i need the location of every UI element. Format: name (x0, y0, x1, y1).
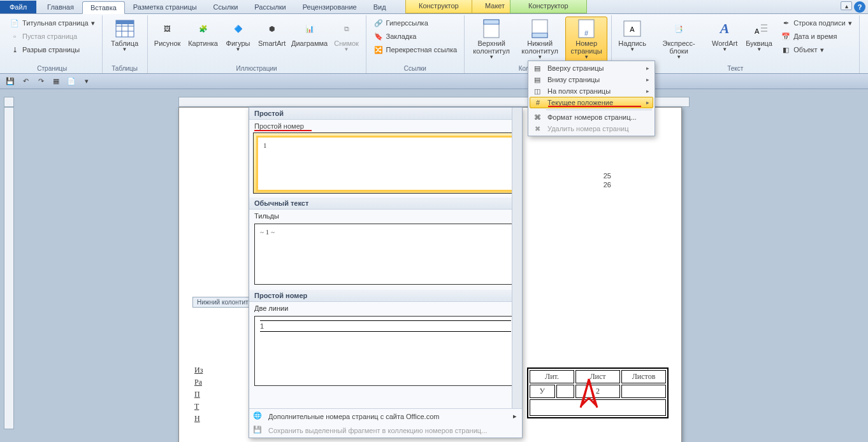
tab-references[interactable]: Ссылки (205, 1, 247, 13)
wordart-icon: A (714, 18, 735, 39)
qat-btn-4[interactable]: ▦ (50, 76, 62, 87)
screenshot-icon: ⧉ (336, 18, 357, 39)
group-label-sym: Символы (864, 64, 868, 73)
annotation-underline (548, 106, 641, 107)
pn-margin-icon: ◫ (532, 86, 542, 96)
tab-view[interactable]: Вид (365, 1, 394, 13)
help-icon[interactable]: ? (854, 1, 865, 13)
blank-page-icon: ▫ (10, 31, 20, 41)
picture-icon: 🖼 (157, 18, 178, 39)
shapes-icon: 🔷 (228, 18, 249, 39)
dropcap-button[interactable]: AБуквица▼ (743, 17, 775, 55)
gallery-item2-title: Тильды (249, 210, 522, 221)
group-label-illus: Иллюстрации (152, 64, 362, 73)
footer-button[interactable]: Нижний колонтитул▼ (517, 17, 563, 62)
chart-button[interactable]: 📊Диаграмма (291, 17, 329, 49)
object-button[interactable]: ◧Объект ▾ (778, 43, 855, 56)
annotation-underline-2 (254, 130, 312, 131)
group-pages: 📄Титульная страница ▾ ▫Пустая страница ⤓… (3, 15, 103, 73)
quickparts-button[interactable]: 📑Экспресс-блоки▼ (651, 17, 706, 62)
shapes-button[interactable]: 🔷Фигуры▼ (223, 17, 254, 55)
smartart-button[interactable]: ⬢SmartArt (256, 17, 288, 49)
group-label-pages: Страницы (6, 64, 98, 73)
doc-left-cut: ИзРаПТН (192, 364, 205, 425)
gallery-item1[interactable]: 1 (253, 132, 518, 194)
gallery-more-office[interactable]: 🌐Дополнительные номера страниц с сайта O… (249, 409, 522, 424)
pn-current[interactable]: #Текущее положение▸ (530, 97, 653, 108)
tab-context-1[interactable]: Конструктор (405, 0, 472, 13)
gallery-cat-simple: Простой (249, 108, 522, 120)
header-button[interactable]: Верхний колонтитул▼ (468, 17, 514, 62)
pn-top[interactable]: ▤Вверху страницы▸ (530, 62, 653, 74)
gallery-item3-title: Две линии (249, 302, 522, 313)
ruler-corner (4, 97, 14, 107)
cover-page-button[interactable]: 📄Титульная страница ▾ (6, 17, 98, 29)
signature-button[interactable]: ✒Строка подписи ▾ (778, 17, 855, 29)
undo-button[interactable]: ↶ (19, 76, 32, 87)
ribbon-tabs: Файл Главная Вставка Разметка страницы С… (0, 0, 868, 14)
dropcap-icon: A (749, 18, 769, 39)
datetime-button[interactable]: 📅Дата и время (778, 30, 855, 43)
equation-button[interactable]: πФормула ▾ (864, 17, 868, 29)
crossref-button[interactable]: 🔀Перекрестная ссылка (370, 43, 461, 56)
pagenum-icon: # (576, 18, 597, 39)
signature-icon: ✒ (781, 18, 791, 28)
page-number-button[interactable]: #Номер страницы▼ (565, 17, 607, 62)
pn-format[interactable]: ⌘Формат номеров страниц... (530, 111, 653, 123)
office-icon: 🌐 (253, 411, 263, 422)
qat-more[interactable]: ▾ (80, 76, 93, 87)
gallery-cat-simple2: Простой номер (249, 290, 522, 302)
wordart-button[interactable]: AWordArt▼ (709, 17, 741, 55)
bookmark-button[interactable]: 🔖Закладка (370, 30, 461, 43)
qat-btn-5[interactable]: 📄 (65, 76, 78, 87)
pn-margins[interactable]: ◫На полях страницы▸ (530, 85, 653, 97)
svg-text:A: A (755, 27, 760, 35)
blank-page-button[interactable]: ▫Пустая страница (6, 30, 98, 43)
tab-context-3[interactable]: Конструктор (510, 0, 587, 13)
quickparts-icon: 📑 (669, 18, 689, 39)
svg-text:A: A (630, 25, 635, 33)
page-number-gallery: Простой Простой номер 1 Обычный текст Ти… (249, 107, 523, 438)
group-tables: Таблица▼ Таблицы (103, 15, 148, 73)
picture-button[interactable]: 🖼Рисунок (152, 17, 184, 49)
group-links: 🔗Гиперссылка 🔖Закладка 🔀Перекрестная ссы… (366, 15, 465, 73)
calendar-icon: 📅 (781, 31, 791, 41)
textbox-button[interactable]: AНадпись▼ (616, 17, 649, 55)
symbol-button[interactable]: ΩСимвол ▾ (864, 30, 868, 43)
group-label-links: Ссылки (370, 64, 461, 73)
svg-rect-5 (116, 20, 134, 24)
tab-home[interactable]: Главная (39, 1, 82, 13)
pn-bottom[interactable]: ▤Внизу страницы▸ (530, 74, 653, 85)
gallery-item2[interactable]: ~ 1 ~ (254, 224, 517, 285)
pn-remove-icon: ✖ (532, 124, 542, 134)
gallery-item1-title: Простой номер (249, 120, 522, 131)
page-break-button[interactable]: ⤓Разрыв страницы (6, 43, 98, 56)
quick-access-toolbar: 💾 ↶ ↷ ▦ 📄 ▾ (0, 74, 868, 89)
pn-format-icon: ⌘ (532, 112, 542, 122)
svg-rect-7 (484, 20, 499, 24)
ribbon-minimize-icon[interactable]: ▴ (841, 1, 852, 10)
tab-review[interactable]: Рецензирование (294, 1, 365, 13)
table-icon (115, 18, 135, 39)
redo-button[interactable]: ↷ (34, 76, 47, 87)
smartart-icon: ⬢ (262, 18, 282, 39)
screenshot-button[interactable]: ⧉Снимок▼ (331, 17, 362, 55)
save-sel-icon: 💾 (253, 425, 263, 436)
ruler-vertical[interactable] (4, 107, 14, 429)
hyperlink-button[interactable]: 🔗Гиперссылка (370, 17, 461, 29)
clipart-button[interactable]: 🧩Картинка (186, 17, 221, 49)
pn-remove: ✖Удалить номера страниц (530, 123, 653, 134)
page-number-menu: ▤Вверху страницы▸ ▤Внизу страницы▸ ◫На п… (528, 61, 655, 136)
save-button[interactable]: 💾 (4, 76, 17, 87)
gallery-item3[interactable]: 1 (254, 316, 517, 386)
tab-layout[interactable]: Разметка страницы (125, 1, 205, 13)
clipart-icon: 🧩 (193, 18, 213, 39)
textbox-icon: A (622, 18, 642, 39)
tab-file[interactable]: Файл (0, 1, 36, 13)
gallery-scrollbar[interactable] (512, 108, 522, 408)
tab-insert[interactable]: Вставка (82, 1, 125, 14)
tab-mailings[interactable]: Рассылки (246, 1, 294, 13)
svg-text:#: # (584, 29, 589, 37)
object-icon: ◧ (781, 45, 791, 55)
table-button[interactable]: Таблица▼ (106, 17, 143, 55)
